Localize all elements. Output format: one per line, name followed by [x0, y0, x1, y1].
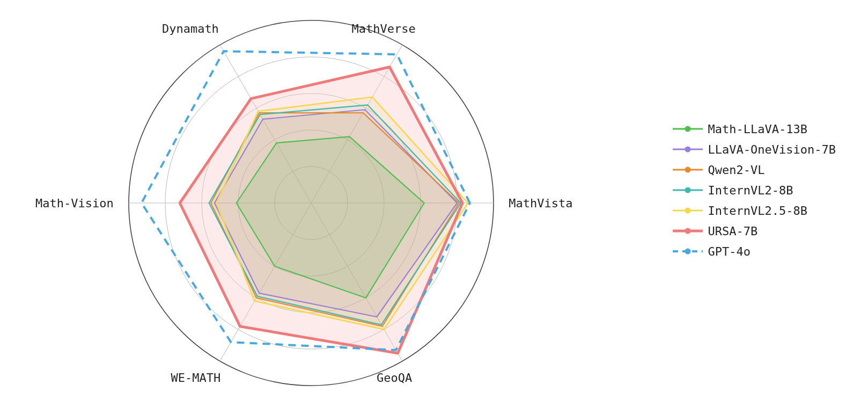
svg-point-27	[685, 147, 690, 153]
legend-label: InternVL2-8B	[708, 184, 793, 197]
svg-point-25	[685, 126, 690, 132]
svg-marker-16	[216, 97, 468, 330]
legend-label: InternVL2.5-8B	[708, 204, 807, 218]
svg-point-31	[685, 187, 690, 193]
legend-item: Qwen2-VL	[672, 162, 836, 178]
radar-chart-container: MathVistaMathVerseDynamathMath-VisionWE-…	[0, 0, 868, 406]
legend-item: GPT-4o	[672, 243, 836, 259]
legend-item: Math-LLaVA-13B	[672, 121, 836, 137]
axis-label-mathvista: MathVista	[509, 197, 572, 210]
legend-label: Qwen2-VL	[708, 163, 765, 177]
svg-point-29	[685, 167, 690, 173]
svg-point-33	[685, 208, 690, 214]
axis-label-dynamath: Dynamath	[162, 22, 219, 35]
legend-swatch-icon	[672, 184, 704, 197]
svg-point-37	[685, 249, 690, 255]
axis-label-geoqa: GeoQA	[377, 371, 412, 385]
legend-swatch-icon	[672, 163, 704, 176]
axis-label-math-vision: Math-Vision	[35, 197, 114, 210]
legend-item: URSA-7B	[672, 223, 836, 239]
legend-swatch-icon	[672, 224, 704, 237]
axis-label-mathverse: MathVerse	[351, 22, 415, 35]
legend-label: URSA-7B	[708, 224, 758, 238]
legend-swatch-icon	[672, 122, 704, 135]
legend-label: GPT-4o	[708, 245, 751, 258]
legend-label: Math-LLaVA-13B	[708, 122, 807, 136]
svg-point-35	[685, 228, 690, 234]
axis-label-we-math: WE-MATH	[171, 371, 221, 385]
legend-swatch-icon	[672, 245, 704, 258]
legend-swatch-icon	[672, 204, 704, 217]
legend-swatch-icon	[672, 143, 704, 156]
legend-item: LLaVA-OneVision-7B	[672, 141, 836, 157]
legend-item: InternVL2-8B	[672, 182, 836, 198]
legend-label: LLaVA-OneVision-7B	[708, 143, 836, 156]
legend-item: InternVL2.5-8B	[672, 202, 836, 219]
legend: Math-LLaVA-13BLLaVA-OneVision-7BQwen2-VL…	[672, 121, 836, 259]
